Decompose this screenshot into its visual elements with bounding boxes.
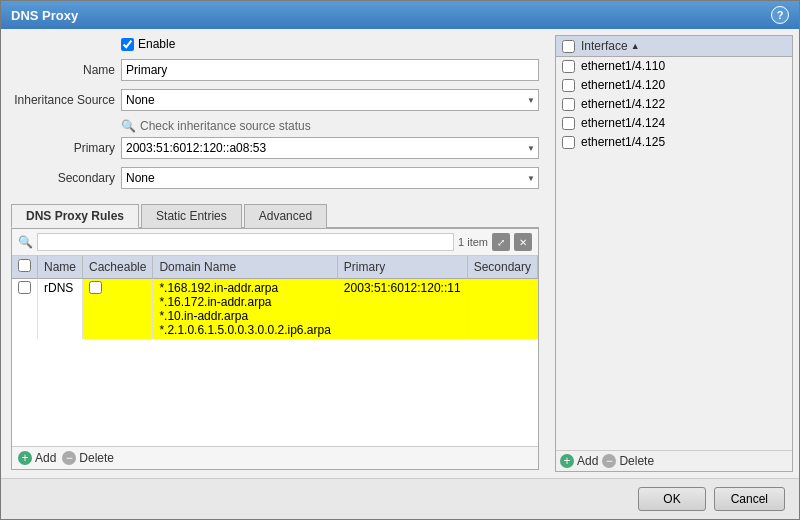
table-add-button[interactable]: + Add [18,451,56,465]
ok-button[interactable]: OK [638,487,705,511]
iface-del-icon: − [602,454,616,468]
name-input[interactable] [121,59,539,81]
interface-table: Interface ▲ ethernet1/4.110 ethernet1/4.… [555,35,793,472]
tab-dns-proxy-rules[interactable]: DNS Proxy Rules [11,204,139,228]
inheritance-source-label: Inheritance Source [11,93,121,107]
interface-item[interactable]: ethernet1/4.124 [556,114,792,133]
title-bar: DNS Proxy ? [1,1,799,29]
cell-primary: 2003:51:6012:120::11 [337,279,467,340]
interface-all-checkbox[interactable] [562,40,575,53]
search-icon: 🔍 [18,235,33,249]
iface-checkbox-3[interactable] [562,117,575,130]
cell-secondary [467,279,537,340]
interface-header: Interface ▲ [556,36,792,57]
interface-delete-button[interactable]: − Delete [602,454,654,468]
item-count: 1 item [458,236,488,248]
interface-add-button[interactable]: + Add [560,454,598,468]
dialog-body: Enable Name Inheritance Source None 🔍 Ch [1,29,799,478]
enable-row: Enable [11,37,539,51]
dialog-footer: OK Cancel [1,478,799,519]
tabs-section: DNS Proxy Rules Static Entries Advanced … [11,203,539,470]
inheritance-source-select[interactable]: None [121,89,539,111]
cancel-button[interactable]: Cancel [714,487,785,511]
tab-advanced[interactable]: Advanced [244,204,327,228]
th-primary: Primary [337,256,467,279]
cell-domain: *.168.192.in-addr.arpa *.16.172.in-addr.… [153,279,337,340]
cacheable-checkbox[interactable] [89,281,102,294]
enable-checkbox[interactable] [121,38,134,51]
interface-header-label: Interface [581,39,628,53]
add-icon: + [18,451,32,465]
domain-4: *.2.1.0.6.1.5.0.0.3.0.0.2.ip6.arpa [159,323,330,337]
enable-label[interactable]: Enable [138,37,175,51]
iface-checkbox-4[interactable] [562,136,575,149]
table-delete-button[interactable]: − Delete [62,451,114,465]
rules-table: Name Cacheable Domain Name [12,256,538,339]
name-label: Name [11,63,121,77]
check-inheritance-row[interactable]: 🔍 Check inheritance source status [11,119,539,133]
secondary-select[interactable]: None [121,167,539,189]
interface-toolbar: + Add − Delete [556,450,792,471]
domain-1: *.168.192.in-addr.arpa [159,281,330,295]
th-secondary: Secondary [467,256,537,279]
check-icon: 🔍 [121,119,136,133]
th-cacheable: Cacheable [83,256,153,279]
row-checkbox[interactable] [18,281,31,294]
iface-checkbox-2[interactable] [562,98,575,111]
check-inheritance-label: Check inheritance source status [140,119,311,133]
table-row[interactable]: rDNS *.168.192.in-addr.arpa *.16.172.in-… [12,279,538,340]
help-button[interactable]: ? [771,6,789,24]
dialog-title: DNS Proxy [11,8,78,23]
cell-cacheable [83,279,153,340]
secondary-row: Secondary None [11,167,539,189]
select-all-checkbox[interactable] [18,259,31,272]
iface-checkbox-1[interactable] [562,79,575,92]
primary-label: Primary [11,141,121,155]
interface-item[interactable]: ethernet1/4.125 [556,133,792,152]
table-bottom-toolbar: + Add − Delete [12,446,538,469]
domain-2: *.16.172.in-addr.arpa [159,295,330,309]
tab-static-entries[interactable]: Static Entries [141,204,242,228]
dns-proxy-dialog: DNS Proxy ? Enable Name Inheritance Sour… [0,0,800,520]
tab-content: 🔍 1 item ⤢ ✕ [11,229,539,470]
close-search-button[interactable]: ✕ [514,233,532,251]
interface-list: ethernet1/4.110 ethernet1/4.120 ethernet… [556,57,792,450]
th-name: Name [38,256,83,279]
primary-row: Primary 2003:51:6012:120::a08:53 [11,137,539,159]
inheritance-source-row: Inheritance Source None [11,89,539,111]
sort-icon: ▲ [631,41,640,51]
name-row: Name [11,59,539,81]
primary-select[interactable]: 2003:51:6012:120::a08:53 [121,137,539,159]
domain-3: *.10.in-addr.arpa [159,309,330,323]
th-domain-name: Domain Name [153,256,337,279]
search-bar: 🔍 1 item ⤢ ✕ [12,229,538,256]
tab-bar: DNS Proxy Rules Static Entries Advanced [11,203,539,229]
interface-item[interactable]: ethernet1/4.120 [556,76,792,95]
interface-item[interactable]: ethernet1/4.122 [556,95,792,114]
expand-button[interactable]: ⤢ [492,233,510,251]
cell-name: rDNS [38,279,83,340]
interface-item[interactable]: ethernet1/4.110 [556,57,792,76]
secondary-label: Secondary [11,171,121,185]
table-container: Name Cacheable Domain Name [12,256,538,446]
delete-icon: − [62,451,76,465]
iface-add-icon: + [560,454,574,468]
right-panel: Interface ▲ ethernet1/4.110 ethernet1/4.… [549,29,799,478]
left-panel: Enable Name Inheritance Source None 🔍 Ch [1,29,549,478]
search-input[interactable] [37,233,454,251]
iface-checkbox-0[interactable] [562,60,575,73]
